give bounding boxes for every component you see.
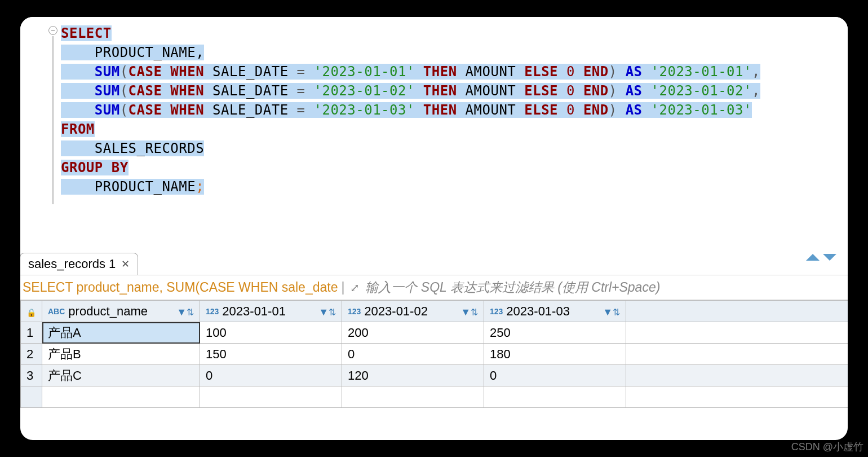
cell[interactable]: 0 (200, 365, 342, 386)
cell-spacer (626, 365, 848, 386)
number-type-icon: 123 (206, 307, 219, 316)
sort-icon[interactable]: ⇅ (613, 307, 620, 317)
column-name: 2023-01-01 (222, 304, 286, 319)
sql-line[interactable]: SALES_RECORDS (61, 139, 848, 158)
column-header-2023-01-01[interactable]: 1232023-01-01▼⇅ (200, 301, 342, 322)
empty-row (21, 386, 848, 408)
table-row[interactable]: 1产品A100200250 (21, 322, 848, 344)
sql-line[interactable]: SUM(CASE WHEN SALE_DATE = '2023-01-03' T… (61, 100, 848, 120)
text-type-icon: ABC (48, 307, 65, 316)
cell[interactable]: 0 (342, 344, 484, 365)
expand-icon[interactable]: ⤢ (348, 281, 362, 295)
watermark: CSDN @小虚竹 (791, 440, 863, 454)
cell[interactable]: 150 (200, 344, 342, 365)
text-cursor: | (341, 280, 344, 295)
column-header-2023-01-02[interactable]: 1232023-01-02▼⇅ (342, 301, 484, 322)
lock-icon: 🔒 (26, 308, 36, 317)
results-grid-scroller[interactable]: 🔒ABCproduct_name▼⇅1232023-01-01▼⇅1232023… (20, 300, 848, 408)
column-header-2023-01-03[interactable]: 1232023-01-03▼⇅ (484, 301, 626, 322)
row-number[interactable]: 1 (21, 322, 42, 344)
close-icon[interactable]: ✕ (121, 258, 130, 270)
filter-icon[interactable]: ▼ (603, 306, 613, 318)
sql-line[interactable]: PRODUCT_NAME; (61, 177, 848, 196)
sql-line[interactable]: PRODUCT_NAME, (61, 43, 848, 62)
filter-icon[interactable]: ▼ (318, 306, 329, 318)
cell[interactable]: 120 (342, 365, 484, 386)
sql-line[interactable]: FROM (61, 120, 848, 139)
fold-guide-line (52, 36, 54, 204)
results-query-bar: SELECT product_name, SUM(CASE WHEN sale_… (20, 275, 848, 300)
fold-gutter[interactable]: − (48, 26, 59, 36)
results-grid: 🔒ABCproduct_name▼⇅1232023-01-01▼⇅1232023… (20, 300, 848, 408)
row-number[interactable]: 3 (21, 365, 42, 386)
cell[interactable]: 0 (484, 365, 626, 386)
table-row[interactable]: 2产品B1500180 (21, 344, 848, 365)
arrow-down-icon[interactable] (823, 254, 836, 261)
row-number-header[interactable]: 🔒 (21, 301, 42, 322)
number-type-icon: 123 (490, 307, 503, 316)
column-spacer (626, 301, 848, 322)
table-row[interactable]: 3产品C01200 (21, 365, 848, 386)
row-number[interactable]: 2 (21, 344, 42, 365)
column-header-product_name[interactable]: ABCproduct_name▼⇅ (42, 301, 200, 322)
cell[interactable]: 180 (484, 344, 626, 365)
filter-icon[interactable]: ▼ (460, 306, 471, 318)
number-type-icon: 123 (348, 307, 361, 316)
results-tabs-bar: sales_records 1 ✕ (20, 251, 848, 275)
cell-spacer (626, 344, 848, 365)
cell[interactable]: 产品A (42, 322, 200, 344)
app-window: − SELECT PRODUCT_NAME, SUM(CASE WHEN SAL… (20, 17, 848, 440)
sort-icon[interactable]: ⇅ (329, 307, 336, 317)
column-name: 2023-01-03 (506, 304, 570, 319)
sort-icon[interactable]: ⇅ (471, 307, 478, 317)
collapse-icon[interactable]: − (48, 26, 57, 35)
sql-line[interactable]: SELECT (61, 24, 848, 43)
arrow-up-icon[interactable] (806, 254, 820, 261)
cell[interactable]: 产品C (42, 365, 200, 386)
cell[interactable]: 250 (484, 322, 626, 344)
tab-sales-records[interactable]: sales_records 1 ✕ (20, 253, 138, 275)
cell[interactable]: 200 (342, 322, 484, 344)
column-name: 2023-01-02 (364, 304, 428, 319)
sql-line[interactable]: GROUP BY (61, 158, 848, 177)
column-name: product_name (68, 304, 148, 319)
panel-splitter-arrows[interactable] (806, 254, 836, 261)
cell[interactable]: 100 (200, 322, 342, 344)
sort-icon[interactable]: ⇅ (187, 307, 194, 317)
tab-label: sales_records 1 (28, 257, 116, 271)
executed-query-text: SELECT product_name, SUM(CASE WHEN sale_… (23, 280, 338, 295)
sql-line[interactable]: SUM(CASE WHEN SALE_DATE = '2023-01-02' T… (61, 81, 848, 100)
sql-line[interactable]: SUM(CASE WHEN SALE_DATE = '2023-01-01' T… (61, 62, 848, 81)
filter-sql-input[interactable]: 输入一个 SQL 表达式来过滤结果 (使用 Ctrl+Space) (365, 279, 845, 296)
cell[interactable]: 产品B (42, 344, 200, 365)
sql-editor[interactable]: − SELECT PRODUCT_NAME, SUM(CASE WHEN SAL… (20, 17, 848, 251)
filter-icon[interactable]: ▼ (176, 306, 187, 318)
cell-spacer (626, 322, 848, 344)
